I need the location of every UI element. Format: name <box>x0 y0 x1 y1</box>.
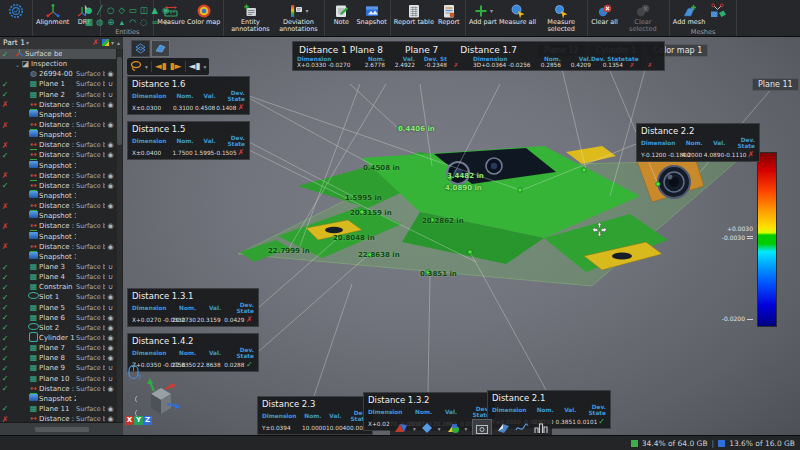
annotation-chip-plane-11[interactable]: Plane 11 <box>752 78 799 91</box>
shaded-view-button[interactable] <box>151 40 170 57</box>
tree-row[interactable]: ✗↔Distance :Surface b◉ <box>0 201 116 211</box>
tree-row[interactable]: ✗↔Distance :Surface b◉ <box>0 221 116 231</box>
visibility-eye-icon[interactable]: ◉ <box>105 314 116 322</box>
curve-icon[interactable]: ∪ <box>105 273 116 281</box>
tree-row[interactable]: Snapshot 1.4 <box>0 191 116 201</box>
annotation-box-distance-2.3[interactable]: Distance 2.3DimensionNom.Val.Dev. StateY… <box>257 396 373 435</box>
datum-display-icon[interactable] <box>446 419 460 435</box>
snapshot-button[interactable]: Snapshot <box>355 1 387 27</box>
measure-selected-button[interactable]: Measure selected <box>537 1 585 35</box>
mesh-display-caret[interactable]: ▾ <box>413 426 416 432</box>
visibility-eye-icon[interactable]: ◉ <box>105 222 116 230</box>
tree-row[interactable]: ✓▦Plane 3Surface b∪ <box>0 262 116 272</box>
meshes-button[interactable] <box>706 1 734 20</box>
tree-horizontal-scrollbar[interactable] <box>0 422 123 435</box>
entity-type-icon[interactable]: ▦ <box>83 16 94 28</box>
curve-icon[interactable]: ∪ <box>105 91 116 99</box>
deviation-annotations-button[interactable]: ▾Deviation annotations <box>274 1 322 35</box>
badge-button[interactable] <box>2 1 30 20</box>
visibility-eye-icon[interactable]: ◉ <box>105 70 116 78</box>
lasso-caret[interactable]: ▾ <box>145 64 148 70</box>
curve-icon[interactable]: ∪ <box>105 80 116 88</box>
tree-row[interactable]: Snapshot 1.6 <box>0 232 116 242</box>
visibility-eye-icon[interactable]: ◉ <box>105 243 116 251</box>
annotation-box-distance-1.3.1[interactable]: Distance 1.3.1DimensionNom.Val.Dev. Stat… <box>127 288 259 327</box>
visibility-eye-icon[interactable]: ◉ <box>105 344 116 352</box>
report-table-button[interactable]: Report table <box>393 1 435 27</box>
playback-icon[interactable]: ◄▮ <box>189 58 201 75</box>
scroll-handle[interactable] <box>35 427 89 432</box>
alignment-button[interactable]: Alignment <box>35 1 70 27</box>
curve-analysis-icon[interactable] <box>515 419 529 435</box>
curve-icon[interactable]: ∪ <box>105 263 116 271</box>
collapse-panel-icon[interactable]: ▴ <box>117 39 120 46</box>
visibility-eye-icon[interactable]: ◉ <box>105 172 116 180</box>
color-map-button[interactable]: Color map <box>186 1 221 27</box>
visibility-eye-icon[interactable]: ◉ <box>105 405 116 413</box>
colormap-scale-bar[interactable] <box>757 152 777 327</box>
entity-type-icon[interactable]: ◠ <box>127 16 138 28</box>
entity-type-icon[interactable]: ◍ <box>94 16 105 28</box>
visibility-eye-icon[interactable]: ◉ <box>105 182 116 190</box>
tree-row[interactable]: ✓▦Plane 4Surface b∪ <box>0 272 116 282</box>
entity-type-icon[interactable]: ▴ <box>116 16 127 28</box>
tree-row[interactable]: Snapshot 1.7 <box>0 252 116 262</box>
part-dropdown-caret[interactable]: ▾ <box>26 39 29 46</box>
entity-annotations-button[interactable]: Entity annotations <box>226 1 274 35</box>
tree-row[interactable]: ⌄◪Inspection program <box>0 59 116 69</box>
tree-row[interactable]: ✓↔Distance :Surface b◉ <box>0 150 116 160</box>
measure-all-button[interactable]: Measure all <box>498 1 537 27</box>
tree-row[interactable]: Snapshot 1.1 <box>0 110 116 120</box>
clear-all-button[interactable]: Clear all <box>590 1 619 27</box>
report-button[interactable]: Report <box>435 1 463 27</box>
curve-icon[interactable]: ∪ <box>105 283 116 291</box>
datum-display-caret[interactable]: ▾ <box>465 426 468 432</box>
tree-row[interactable]: ✓▦Plane 6Surface b◉ <box>0 313 116 323</box>
curve-icon[interactable]: ∪ <box>105 304 116 312</box>
visibility-eye-icon[interactable]: ◉ <box>105 334 116 342</box>
annotation-box-distance-1.6[interactable]: Distance 1.6DimensionNom.Val.Dev. StateX… <box>127 76 250 115</box>
tree-row[interactable]: ✓Cylinder 1Surface b◉ <box>0 333 116 343</box>
tree-row[interactable]: ✓▦Plane 1Surface b∪ <box>0 79 116 89</box>
entity-type-icon[interactable]: ◫ <box>138 4 149 16</box>
tree-row[interactable]: ✓↔Distance :Surface b◉ <box>0 181 116 191</box>
tree-vertical-scrollbar[interactable] <box>117 49 122 423</box>
tree-row[interactable]: Snapshot 1.2 <box>0 130 116 140</box>
entity-type-icon[interactable]: ○ <box>105 4 116 16</box>
annotation-box-distance-1.4.2[interactable]: Distance 1.4.2DimensionNom.Val.Dev. Stat… <box>127 333 259 372</box>
tree-row[interactable]: ✓Surface best fit 2 <box>0 49 116 59</box>
visibility-eye-icon[interactable]: ◉ <box>105 293 116 301</box>
entity-type-icon[interactable]: ◌ <box>138 16 149 28</box>
tree-row[interactable]: ✓Slot 2Surface b◉ <box>0 323 116 333</box>
visibility-eye-icon[interactable]: ◉ <box>105 202 116 210</box>
tree-row[interactable]: Snapshot 1.3 <box>0 161 116 171</box>
entity-type-icon[interactable]: ● <box>83 4 94 16</box>
curve-icon[interactable]: ∪ <box>105 364 116 372</box>
lasso-select-icon[interactable] <box>130 57 142 76</box>
viewport-3d[interactable]: ▾ ◄▮ ▮► ◄▮ ▾ Plane 12Cylinder 1Color map… <box>123 36 800 435</box>
measure-button[interactable]: Measure <box>156 1 186 27</box>
visibility-eye-icon[interactable]: ◉ <box>105 354 116 362</box>
part-selector[interactable]: Part 1 <box>3 38 25 47</box>
histogram-icon[interactable] <box>534 419 548 435</box>
tree-row[interactable]: ✗↔Distance :Surface b◉ <box>0 100 116 110</box>
entity-type-icon[interactable]: ╱ <box>94 4 105 16</box>
annotation-box-distance-2.2[interactable]: Distance 2.2DimensionNom.Val.Dev. StateY… <box>636 123 760 162</box>
tree-row[interactable]: ✓▦Plane 7Surface b◉ <box>0 343 116 353</box>
tree-row[interactable]: ✓▦Plane 9Surface b∪ <box>0 363 116 373</box>
visibility-eye-icon[interactable]: ◉ <box>105 121 116 129</box>
visibility-eye-icon[interactable]: ◉ <box>105 385 116 393</box>
tree-row[interactable]: ✗↔Distance :Surface b◉ <box>0 140 116 150</box>
tree-row[interactable]: ✗↔Distance :Surface b◉ <box>0 242 116 252</box>
tree-row[interactable]: ✓↔Distance :Surface b◉ <box>0 384 116 394</box>
add-part-button[interactable]: ▾Add part <box>468 1 498 27</box>
tree-row[interactable]: ◍26994-00Surface bes◉ <box>0 69 116 79</box>
feature-display-caret[interactable]: ▾ <box>438 426 441 432</box>
clipping-plane-icon[interactable] <box>497 419 510 435</box>
tree-row[interactable]: ✗↔Distance :Surface b◉ <box>0 171 116 181</box>
wireframe-view-button[interactable] <box>131 40 150 57</box>
tree-row[interactable]: ✓▦Plane 2Surface b∪ <box>0 90 116 100</box>
tree-row[interactable]: Snapshot 1.5 <box>0 211 116 221</box>
entity-type-icon[interactable]: ◇ <box>116 4 127 16</box>
tree-row[interactable]: Snapshot 2.1 <box>0 394 116 404</box>
